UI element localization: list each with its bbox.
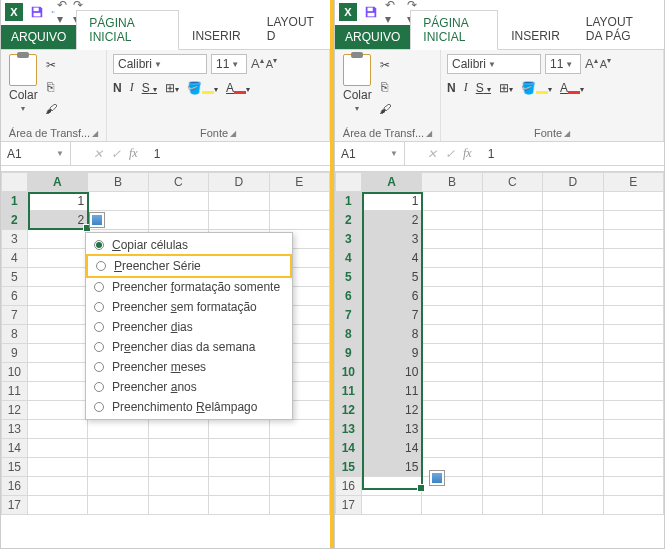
- cell[interactable]: [543, 325, 603, 344]
- dialog-launcher-icon[interactable]: ◢: [230, 129, 236, 138]
- cell[interactable]: [603, 268, 663, 287]
- cell[interactable]: 2: [27, 211, 88, 230]
- cell[interactable]: [148, 477, 208, 496]
- font-size-combo[interactable]: 11▼: [211, 54, 247, 74]
- row-header[interactable]: 11: [335, 382, 361, 401]
- cell[interactable]: [603, 496, 663, 515]
- autofill-context-menu[interactable]: Copiar célulasPreencher SériePreencher f…: [85, 232, 293, 420]
- cell[interactable]: 10: [361, 363, 422, 382]
- cell[interactable]: [361, 496, 422, 515]
- cell[interactable]: [603, 211, 663, 230]
- row-header[interactable]: 7: [2, 306, 28, 325]
- cell[interactable]: [482, 496, 542, 515]
- row-header[interactable]: 15: [2, 458, 28, 477]
- cell[interactable]: [88, 439, 148, 458]
- cell[interactable]: [88, 192, 148, 211]
- cell[interactable]: 9: [361, 344, 422, 363]
- cell[interactable]: [603, 344, 663, 363]
- font-color-button[interactable]: A▾: [226, 81, 250, 95]
- font-name-combo[interactable]: Calibri▼: [113, 54, 207, 74]
- cell[interactable]: [422, 420, 482, 439]
- cell[interactable]: 8: [361, 325, 422, 344]
- font-color-button[interactable]: A▾: [560, 81, 584, 95]
- cell[interactable]: [543, 420, 603, 439]
- cell[interactable]: [543, 268, 603, 287]
- cell[interactable]: [482, 325, 542, 344]
- save-icon[interactable]: [29, 4, 45, 20]
- cell[interactable]: [27, 363, 88, 382]
- row-header[interactable]: 7: [335, 306, 361, 325]
- context-menu-item[interactable]: Preenchimento Relâmpago: [86, 397, 292, 417]
- cell[interactable]: [543, 287, 603, 306]
- cell[interactable]: [603, 477, 663, 496]
- row-header[interactable]: 14: [335, 439, 361, 458]
- cut-icon[interactable]: ✂: [42, 56, 60, 74]
- cell[interactable]: [482, 477, 542, 496]
- row-header[interactable]: 11: [2, 382, 28, 401]
- context-menu-item[interactable]: Preencher Série: [86, 254, 292, 278]
- formula-input[interactable]: 1: [480, 147, 503, 161]
- tab-home[interactable]: PÁGINA INICIAL: [76, 10, 179, 50]
- cell[interactable]: [269, 477, 329, 496]
- tab-file[interactable]: ARQUIVO: [1, 25, 76, 49]
- increase-font-icon[interactable]: A▴: [585, 56, 598, 71]
- copy-icon[interactable]: ⎘: [376, 78, 394, 96]
- cell[interactable]: [482, 382, 542, 401]
- undo-icon[interactable]: ↶ ▾: [51, 4, 67, 20]
- cell[interactable]: [27, 325, 88, 344]
- underline-button[interactable]: S ▾: [142, 81, 157, 95]
- cell[interactable]: [209, 496, 269, 515]
- formula-input[interactable]: 1: [146, 147, 169, 161]
- cell[interactable]: [148, 192, 208, 211]
- cell[interactable]: [482, 230, 542, 249]
- cell[interactable]: [603, 382, 663, 401]
- row-header[interactable]: 6: [335, 287, 361, 306]
- cell[interactable]: [543, 496, 603, 515]
- cell[interactable]: [422, 496, 482, 515]
- decrease-font-icon[interactable]: A▾: [266, 56, 277, 71]
- cell[interactable]: [27, 344, 88, 363]
- row-header[interactable]: 2: [335, 211, 361, 230]
- copy-icon[interactable]: ⎘: [42, 78, 60, 96]
- cell[interactable]: [27, 249, 88, 268]
- row-header[interactable]: 15: [335, 458, 361, 477]
- column-header[interactable]: C: [482, 173, 542, 192]
- cell[interactable]: [209, 477, 269, 496]
- cell[interactable]: [482, 192, 542, 211]
- dialog-launcher-icon[interactable]: ◢: [92, 129, 98, 138]
- row-header[interactable]: 14: [2, 439, 28, 458]
- cell[interactable]: [482, 306, 542, 325]
- cell[interactable]: [148, 496, 208, 515]
- row-header[interactable]: 17: [2, 496, 28, 515]
- bold-button[interactable]: N: [113, 81, 122, 95]
- cell[interactable]: [543, 382, 603, 401]
- row-header[interactable]: 12: [335, 401, 361, 420]
- paste-button[interactable]: Colar ▾: [7, 54, 40, 118]
- cell[interactable]: [422, 192, 482, 211]
- bold-button[interactable]: N: [447, 81, 456, 95]
- context-menu-item[interactable]: Preencher meses: [86, 357, 292, 377]
- cell[interactable]: 1: [27, 192, 88, 211]
- cell[interactable]: [422, 325, 482, 344]
- context-menu-item[interactable]: Preencher sem formatação: [86, 297, 292, 317]
- format-painter-icon[interactable]: 🖌: [42, 100, 60, 118]
- row-header[interactable]: 4: [335, 249, 361, 268]
- tab-home[interactable]: PÁGINA INICIAL: [410, 10, 498, 50]
- column-header[interactable]: A: [361, 173, 422, 192]
- cell[interactable]: [422, 268, 482, 287]
- cell[interactable]: [27, 306, 88, 325]
- cell[interactable]: [88, 458, 148, 477]
- cell[interactable]: 15: [361, 458, 422, 477]
- fx-icon[interactable]: fx: [463, 146, 472, 161]
- context-menu-item[interactable]: Copiar células: [86, 235, 292, 255]
- enter-icon[interactable]: ✓: [111, 147, 121, 161]
- row-header[interactable]: 2: [2, 211, 28, 230]
- paste-button[interactable]: Colar ▾: [341, 54, 374, 118]
- cell[interactable]: [482, 439, 542, 458]
- cell[interactable]: [603, 458, 663, 477]
- borders-button[interactable]: ⊞▾: [165, 81, 179, 95]
- cell[interactable]: 6: [361, 287, 422, 306]
- decrease-font-icon[interactable]: A▾: [600, 56, 611, 71]
- font-size-combo[interactable]: 11▼: [545, 54, 581, 74]
- cell[interactable]: [422, 249, 482, 268]
